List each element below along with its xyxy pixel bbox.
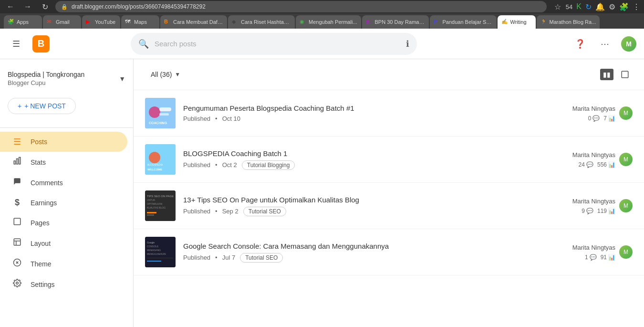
sidebar-item-layout[interactable]: Layout <box>0 233 127 253</box>
address-bar[interactable]: 🔒 draft.blogger.com/blog/posts/366074984… <box>55 1 547 12</box>
list-view-button[interactable] <box>617 67 633 82</box>
post-stats: 1 💬 91 📊 <box>572 254 615 261</box>
post-author: Marita Ningtyas 0 💬 7 📊 <box>572 105 633 122</box>
back-button[interactable]: ← <box>4 0 17 13</box>
blog-selector[interactable]: Blogspedia | Tongkrongan Blogger Cupu ▼ <box>0 67 133 94</box>
tab-mengubah[interactable]: ◉ Mengubah Permali... <box>296 15 361 29</box>
svg-point-15 <box>149 152 160 163</box>
post-author: Marita Ningtyas 1 💬 91 📊 <box>572 244 633 261</box>
tab-maps[interactable]: 🗺 Maps <box>121 15 159 29</box>
posts-icon: ☰ <box>11 137 23 147</box>
svg-text:OPTIMALKAN: OPTIMALKAN <box>147 202 163 205</box>
svg-rect-31 <box>147 261 161 262</box>
tab-bpn-label: BPN 30 Day Ramad... <box>375 19 425 25</box>
svg-text:MENGGUNAKAN: MENGGUNAKAN <box>147 253 166 255</box>
extensions-icon[interactable]: 🧩 <box>619 2 629 11</box>
notification-icon[interactable]: 🔔 <box>595 2 605 11</box>
tab-gmail[interactable]: ✉ Gmail <box>43 15 81 29</box>
tab-youtube-favicon: ▶ <box>86 19 93 25</box>
post-thumbnail: COACHING <box>145 98 176 128</box>
sidebar-item-stats-label: Stats <box>31 158 46 166</box>
sidebar-item-earnings[interactable]: $ Earnings <box>0 193 127 212</box>
post-item[interactable]: Google CONSOLE MEMASANG MENGGUNAKAN Goog… <box>134 229 644 275</box>
sidebar-item-settings[interactable]: Settings <box>0 274 127 295</box>
svg-text:MEMASANG: MEMASANG <box>147 249 161 252</box>
view-stat: 7 📊 <box>603 115 615 122</box>
pages-icon <box>11 217 23 228</box>
menu-dots-icon[interactable]: ⋮ <box>633 2 640 11</box>
apps-grid-button[interactable]: ⋯ <box>596 35 613 53</box>
tab-youtube[interactable]: ▶ YouTube <box>82 15 120 29</box>
tab-cara-riset[interactable]: ◆ Cara Riset Hashtag... <box>228 15 295 29</box>
profile-count[interactable]: 54 <box>566 3 572 11</box>
post-date: Oct 10 <box>222 115 240 122</box>
search-info-icon[interactable]: ℹ <box>406 39 409 49</box>
post-date: Jul 7 <box>222 254 235 261</box>
post-status: Published <box>183 161 210 169</box>
sidebar-item-stats[interactable]: Stats <box>0 152 127 172</box>
tab-bpn-favicon: B <box>366 19 373 25</box>
post-thumbnail: WELCOME BLOGSPEDIA <box>145 144 176 175</box>
svg-rect-30 <box>147 258 173 258</box>
toolbar-icons: ▮▮ <box>600 67 633 82</box>
settings-ext-icon[interactable]: ⚙ <box>609 2 615 11</box>
search-icon: 🔍 <box>138 39 149 49</box>
tab-writing[interactable]: ✍ Writing <box>498 15 536 29</box>
view-toggle-button[interactable]: ▮▮ <box>600 69 613 80</box>
sidebar-item-theme[interactable]: Theme <box>0 253 127 274</box>
tab-riset-label: Cara Riset Hashtag... <box>241 19 291 25</box>
tab-panduan[interactable]: P Panduan Belajar SE... <box>430 15 497 29</box>
new-post-button[interactable]: + + NEW POST <box>8 98 76 114</box>
theme-icon <box>11 258 23 269</box>
post-status: Published <box>183 115 210 122</box>
post-item[interactable]: COACHING Pengumuman Peserta Blogspedia C… <box>134 90 644 137</box>
tab-bpn[interactable]: B BPN 30 Day Ramad... <box>362 15 429 29</box>
view-count: 91 <box>601 254 607 261</box>
sidebar-item-comments[interactable]: Comments <box>0 172 127 193</box>
tab-cara-membuat[interactable]: B Cara Membuat Daft... <box>160 15 227 29</box>
header-actions: ❓ ⋯ M <box>571 35 636 53</box>
tab-apps[interactable]: 🧩 Apps <box>4 15 42 29</box>
comment-count: 0 <box>588 115 592 122</box>
sidebar-item-posts[interactable]: ☰ Posts <box>0 132 127 152</box>
blog-author: Blogger Cupu <box>8 79 119 86</box>
post-item[interactable]: TIPS SEO ON PAGE UNTUK OPTIMALKAN KUALIT… <box>134 183 644 229</box>
hamburger-button[interactable]: ☰ <box>8 35 25 53</box>
tab-apps-label: Apps <box>17 19 38 25</box>
tab-marathon[interactable]: 🏃 Marathon Blog Ra... <box>537 15 600 29</box>
bookmark-star-icon[interactable]: ☆ <box>554 2 561 11</box>
svg-text:CONSOLE: CONSOLE <box>147 245 159 248</box>
search-input[interactable] <box>155 40 400 48</box>
tab-marathon-label: Marathon Blog Ra... <box>550 19 596 25</box>
post-status: Published <box>183 208 210 215</box>
user-avatar[interactable]: M <box>621 36 636 52</box>
post-meta: Published • Oct 2 Tutorial Blogging <box>183 160 565 170</box>
refresh-button[interactable]: ↻ <box>38 0 52 13</box>
filter-dropdown[interactable]: All (36) ▼ <box>145 68 186 81</box>
help-button[interactable]: ❓ <box>571 35 589 53</box>
author-name: Marita Ningtyas <box>572 105 615 112</box>
sidebar-item-pages-label: Pages <box>31 219 50 227</box>
settings-icon <box>11 279 23 290</box>
svg-rect-23 <box>147 212 156 213</box>
comment-icon: 💬 <box>586 161 593 168</box>
sync-icon[interactable]: ↻ <box>585 2 592 11</box>
blog-dropdown-arrow[interactable]: ▼ <box>119 75 125 83</box>
app-header: ☰ B 🔍 ℹ ❓ ⋯ M <box>0 29 644 59</box>
sidebar-item-pages[interactable]: Pages <box>0 212 127 233</box>
view-stat: 119 📊 <box>597 208 615 214</box>
nav-divider <box>0 127 133 128</box>
post-stats: 9 💬 119 📊 <box>572 208 615 214</box>
posts-list: COACHING Pengumuman Peserta Blogspedia C… <box>134 90 644 327</box>
post-stats: 24 💬 556 📊 <box>572 161 615 168</box>
post-item[interactable]: WELCOME BLOGSPEDIA BLOGSPEDIA Coaching B… <box>134 137 644 183</box>
svg-rect-8 <box>622 71 628 78</box>
sidebar-item-layout-label: Layout <box>31 240 51 247</box>
profile-icon[interactable]: K <box>576 2 582 11</box>
forward-button[interactable]: → <box>21 0 34 13</box>
author-avatar: M <box>619 106 633 120</box>
post-title: BLOGSPEDIA Coaching Batch 1 <box>183 149 565 158</box>
author-name: Marita Ningtyas <box>572 244 615 251</box>
tab-maps-label: Maps <box>134 19 156 25</box>
comment-stat: 0 💬 <box>588 115 600 122</box>
